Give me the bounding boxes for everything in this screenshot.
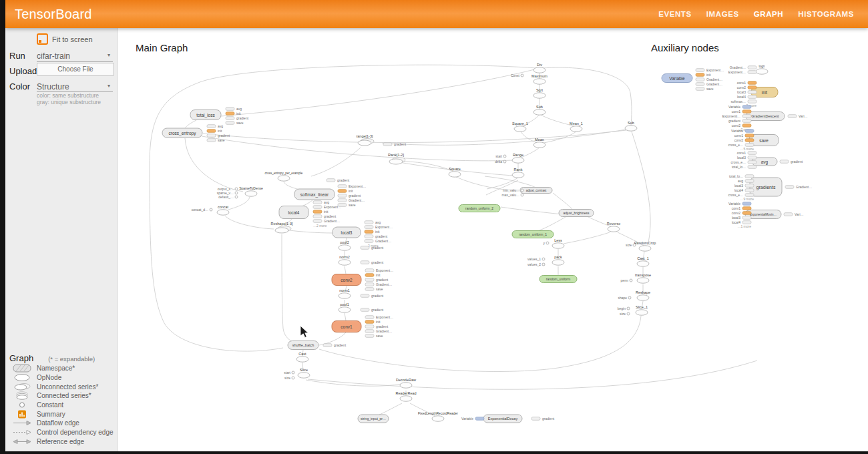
- graph-node-aux-togn[interactable]: togn: [756, 65, 768, 75]
- graph-node-Rank-1-2[interactable]: Rank[1-2]: [388, 153, 405, 164]
- graph-annotation[interactable]: conv2: [732, 211, 751, 215]
- graph-annotation[interactable]: size: [626, 243, 636, 247]
- graph-annotation[interactable]: gradient: [207, 134, 230, 138]
- graph-annotation[interactable]: gradient: [365, 234, 388, 238]
- graph-annotation[interactable]: Exponent…: [365, 225, 393, 229]
- graph-annotation[interactable]: gradient: [226, 116, 249, 120]
- graph-node-range-1-3[interactable]: range[1-3]: [356, 134, 374, 146]
- graph-annotation[interactable]: init: [313, 210, 329, 214]
- graph-node-aux-Variable[interactable]: Variable: [662, 74, 692, 83]
- fit-to-screen-label[interactable]: Fit to screen: [52, 35, 93, 43]
- graph-annotation[interactable]: gradient: [365, 278, 389, 282]
- graph-annotation[interactable]: avg: [313, 200, 329, 204]
- graph-annotation[interactable]: gradient: [323, 343, 347, 347]
- graph-annotation[interactable]: total_lo…: [729, 174, 754, 178]
- graph-annotation[interactable]: init: [338, 189, 353, 193]
- graph-annotation[interactable]: save: [365, 287, 383, 291]
- graph-node-Reverse[interactable]: Reverse: [607, 222, 620, 232]
- graph-annotation[interactable]: start: [284, 371, 294, 375]
- graph-annotation[interactable]: conv1: [737, 151, 756, 155]
- graph-node-cross_entropy_per_example[interactable]: cross_entropy_per_example: [265, 172, 303, 182]
- choose-file-button[interactable]: Choose File: [37, 63, 114, 76]
- graph-node-pool2[interactable]: pool2: [339, 240, 351, 251]
- graph-annotation[interactable]: gradient: [728, 119, 751, 123]
- fit-to-screen-icon[interactable]: [37, 33, 48, 45]
- graph-annotation[interactable]: Exponent…: [365, 268, 393, 272]
- graph-annotation[interactable]: local3: [734, 184, 754, 188]
- graph-annotation[interactable]: gradient: [361, 260, 384, 264]
- graph-annotation[interactable]: gradient: [361, 308, 384, 312]
- graph-annotation[interactable]: gradient: [383, 142, 407, 146]
- graph-node-Sub[interactable]: Sub: [533, 105, 546, 116]
- graph-annotation[interactable]: Exponent…: [338, 184, 366, 188]
- graph-node-adjust_contrast[interactable]: adjust_contrast: [520, 188, 552, 194]
- graph-node-transpose[interactable]: transpose: [635, 273, 651, 284]
- graph-annotation[interactable]: …2 more: [313, 224, 327, 228]
- graph-annotation[interactable]: start: [495, 154, 506, 158]
- graph-node-ReaderRead[interactable]: ReaderRead: [395, 391, 416, 402]
- graph-annotation[interactable]: gradient: [780, 160, 803, 164]
- graph-annotation[interactable]: init: [365, 230, 380, 234]
- run-select[interactable]: cifar-train: [37, 51, 70, 61]
- graph-annotation[interactable]: values_1: [527, 257, 545, 261]
- graph-annotation[interactable]: Vari…: [788, 114, 808, 118]
- graph-node-Reshape-1-3[interactable]: Reshape[1-3]: [270, 222, 292, 233]
- graph-annotation[interactable]: Gradient…: [365, 329, 392, 333]
- graph-annotation[interactable]: size: [284, 376, 294, 380]
- graph-annotation[interactable]: save: [696, 87, 714, 91]
- graph-node-aux-GradientDescent[interactable]: GradientDescent: [746, 112, 785, 121]
- graph-annotation[interactable]: init: [365, 273, 381, 277]
- graph-node-Sqrt[interactable]: Sqrt: [533, 88, 546, 99]
- graph-annotation[interactable]: …1 more: [737, 224, 751, 228]
- graph-annotation[interactable]: Gradient…: [696, 77, 722, 81]
- graph-node-string_input_producer[interactable]: string_input_pr…: [358, 415, 389, 423]
- graph-node-cross_entropy[interactable]: cross_entropy: [162, 128, 202, 138]
- graph-node-local4[interactable]: local4: [279, 206, 308, 219]
- graph-annotation[interactable]: gradient: [531, 417, 555, 421]
- graph-annotation[interactable]: save: [365, 334, 383, 338]
- graph-annotation[interactable]: local3: [737, 156, 756, 160]
- graph-annotation[interactable]: Exponent…: [365, 315, 393, 319]
- graph-node-concat[interactable]: concat: [217, 205, 229, 216]
- graph-node-Slice_1[interactable]: Slice_1: [636, 305, 648, 316]
- graph-annotation[interactable]: local3: [732, 216, 751, 220]
- graph-node-Cast[interactable]: Cast: [296, 352, 308, 363]
- graph-annotation[interactable]: Variable: [728, 202, 751, 206]
- chevron-down-icon[interactable]: ▾: [107, 52, 110, 58]
- graph-annotation[interactable]: …9 more: [740, 197, 754, 201]
- graph-canvas[interactable]: total_losscross_entropysoftmax_linearloc…: [123, 28, 868, 451]
- graph-annotation[interactable]: gradient: [327, 178, 350, 182]
- graph-annotation[interactable]: avg: [365, 220, 381, 224]
- graph-annotation[interactable]: Gradient…: [313, 219, 340, 223]
- graph-annotation[interactable]: delta: [495, 160, 506, 164]
- graph-annotation[interactable]: Gradient…: [785, 185, 812, 189]
- graph-node-conv1[interactable]: conv1: [332, 321, 361, 332]
- graph-node-local3[interactable]: local3: [333, 227, 361, 238]
- color-select[interactable]: Structure: [37, 82, 69, 91]
- graph-annotation[interactable]: avg: [226, 107, 242, 111]
- graph-annotation[interactable]: conv1: [737, 81, 756, 85]
- graph-node-aux-gradients[interactable]: gradients: [750, 178, 782, 196]
- graph-annotation[interactable]: shape: [618, 296, 631, 300]
- graph-annotation[interactable]: concat_d…: [192, 208, 212, 212]
- graph-annotation[interactable]: Gradient…: [365, 282, 392, 286]
- graph-node-Sub-right[interactable]: Sub: [625, 121, 637, 132]
- graph-annotation[interactable]: Exponent…: [696, 68, 724, 72]
- graph-node-Cast_1[interactable]: Cast_1: [637, 256, 649, 267]
- graph-node-SparseToDense[interactable]: SparseToDense: [239, 186, 263, 197]
- graph-node-pack[interactable]: pack: [552, 255, 564, 266]
- graph-annotation[interactable]: save: [226, 121, 244, 125]
- graph-annotation[interactable]: Gradient…: [338, 198, 365, 202]
- graph-annotation[interactable]: avg: [207, 124, 223, 128]
- graph-annotation[interactable]: conv2: [734, 138, 754, 142]
- graph-annotation[interactable]: conv1: [732, 109, 751, 114]
- graph-annotation[interactable]: total_lo…: [732, 165, 756, 169]
- graph-annotation[interactable]: Exponent…: [313, 205, 341, 209]
- graph-annotation[interactable]: conv1: [732, 206, 751, 210]
- graph-node-total_loss[interactable]: total_loss: [190, 110, 221, 120]
- nav-tab-images[interactable]: IMAGES: [706, 10, 739, 18]
- graph-annotation[interactable]: gradient: [313, 214, 337, 218]
- graph-annotation[interactable]: Gradient…: [730, 65, 756, 69]
- graph-node-shuffle_batch[interactable]: shuffle_batch: [288, 341, 318, 350]
- graph-annotation[interactable]: init: [696, 73, 711, 77]
